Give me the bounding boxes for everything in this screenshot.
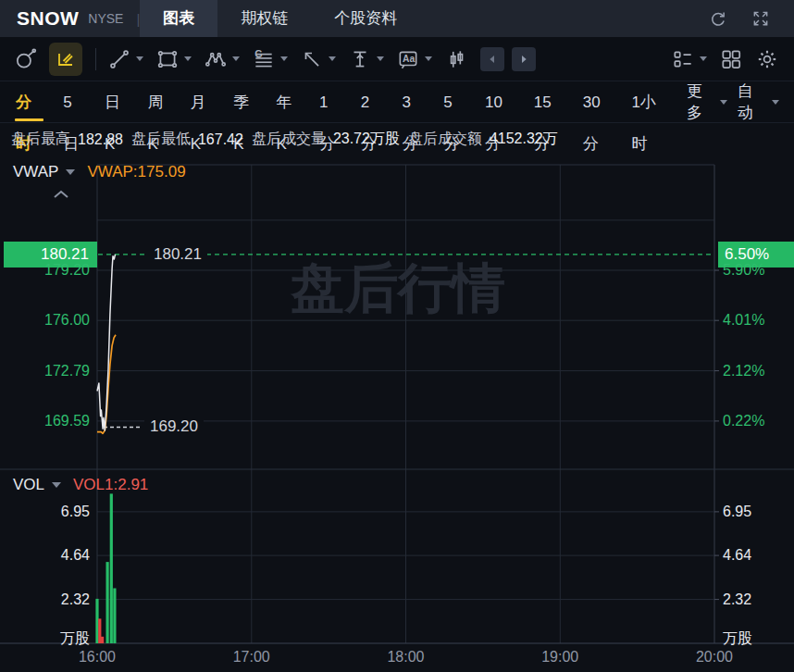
vwap-line <box>97 335 116 434</box>
gann-lines-icon[interactable]: G <box>252 47 288 71</box>
measure-icon[interactable] <box>348 47 384 71</box>
period-tab-分时[interactable]: 分时 <box>6 81 53 123</box>
chevron-down-icon <box>280 56 288 61</box>
more-label: 更多 <box>687 81 714 123</box>
toolbar-right-group <box>671 47 783 71</box>
tab-option-chain[interactable]: 期权链 <box>217 0 311 37</box>
vol-value: VOL1:2.91 <box>73 476 148 494</box>
chevron-down-icon <box>66 169 75 175</box>
period-tab-10分[interactable]: 10分 <box>475 81 524 123</box>
volume-bar <box>110 493 113 643</box>
time-axis-label: 19:00 <box>532 648 588 666</box>
exchange-label: NYSE <box>88 11 123 26</box>
volume-axis-label: 6.95 <box>0 503 90 521</box>
chart-canvas[interactable]: 盘后行情 <box>0 156 794 672</box>
pencil-draw-icon[interactable] <box>49 43 82 76</box>
chevron-down-icon <box>184 56 192 61</box>
stat-item: 盘后成交量23.72万股 <box>252 130 400 149</box>
chevron-down-icon <box>136 56 143 61</box>
vwap-label: VWAP <box>13 163 58 181</box>
volume-axis-label: 4.64 <box>0 546 90 565</box>
volume-bar <box>101 637 104 643</box>
gann-glyph: G <box>254 47 262 58</box>
period-tab-季K[interactable]: 季K <box>223 81 266 123</box>
volume-bar <box>113 589 116 644</box>
session-low-label: 169.20 <box>144 417 204 437</box>
stock-chart-app: SNOW NYSE | 图表 期权链 个股资料 <box>0 0 794 672</box>
chevron-down-icon <box>52 482 61 488</box>
trend-line-icon[interactable] <box>107 47 143 71</box>
auto-scale-button[interactable]: 自动 <box>738 81 779 123</box>
volume-bar <box>95 599 98 643</box>
period-tab-15分[interactable]: 15分 <box>524 81 573 123</box>
volume-unit-label: 万股 <box>723 629 793 648</box>
forward-icon[interactable] <box>512 47 536 71</box>
afterhours-stats-row: 盘后最高182.88盘后最低167.42盘后成交量23.72万股盘后成交额415… <box>0 123 794 156</box>
layout-grid-icon[interactable] <box>719 47 743 71</box>
period-tab-1小时[interactable]: 1小时 <box>622 81 676 123</box>
percent-axis-label: 0.22% <box>723 412 793 430</box>
period-tab-日K[interactable]: 日K <box>94 81 137 123</box>
rectangle-shape-icon[interactable] <box>155 47 192 71</box>
volume-bar <box>98 618 101 643</box>
tab-stock-info[interactable]: 个股资料 <box>311 0 420 37</box>
period-tab-3分[interactable]: 3分 <box>391 81 433 123</box>
settings-gear-icon[interactable] <box>755 47 779 71</box>
time-axis-label: 17:00 <box>224 648 279 666</box>
circle-cursor-icon[interactable] <box>13 47 37 71</box>
period-tab-30分[interactable]: 30分 <box>573 81 622 123</box>
back-icon[interactable] <box>480 47 504 71</box>
period-tab-月K[interactable]: 月K <box>180 81 223 123</box>
price-axis-label: 172.79 <box>0 362 90 380</box>
period-tab-周K[interactable]: 周K <box>137 81 180 123</box>
chevron-down-icon <box>700 56 707 61</box>
chevron-down-icon <box>377 56 384 61</box>
refresh-icon[interactable] <box>708 9 727 29</box>
vwap-indicator-dropdown[interactable]: VWAP <box>13 163 75 181</box>
auto-label: 自动 <box>738 81 765 123</box>
period-tabs: 分时5日日K周K月K季K年K1分2分3分5分10分15分30分1小时 更多 自动 <box>0 81 794 123</box>
vwap-pane-header: VWAP VWAP:175.09 <box>13 163 186 181</box>
vwap-value: VWAP:175.09 <box>87 163 185 181</box>
stat-value: 167.42 <box>198 131 243 148</box>
candlestick-icon[interactable] <box>444 47 468 71</box>
chevron-down-icon <box>720 100 727 105</box>
stat-item: 盘后最高182.88 <box>11 130 123 149</box>
period-tab-年K[interactable]: 年K <box>267 81 309 123</box>
header-bar: SNOW NYSE | 图表 期权链 个股资料 <box>0 0 794 37</box>
chevron-down-icon <box>232 56 240 61</box>
volume-bar <box>106 562 109 643</box>
period-tab-5分[interactable]: 5分 <box>433 81 475 123</box>
text-annotation-icon[interactable]: Aa <box>396 47 432 71</box>
period-tab-2分[interactable]: 2分 <box>351 81 392 123</box>
toolbar-divider <box>95 48 96 70</box>
volume-unit-label: 万股 <box>0 629 90 648</box>
fullscreen-icon[interactable] <box>751 9 770 28</box>
chart-area: 盘后行情 VWAP VWAP:175.09 180.21 6.50% 180.2… <box>0 156 794 672</box>
drawing-toolbar: G Aa <box>0 37 794 81</box>
stat-item: 盘后成交额4152.32万 <box>408 130 558 149</box>
period-tab-5日[interactable]: 5日 <box>53 81 94 123</box>
collapse-pane-icon[interactable] <box>52 187 70 204</box>
period-tab-1分[interactable]: 1分 <box>309 81 351 123</box>
stat-value: 182.88 <box>78 131 123 148</box>
vol-indicator-dropdown[interactable]: VOL <box>13 476 61 494</box>
time-axis-label: 16:00 <box>69 648 125 666</box>
vol-label: VOL <box>13 476 44 494</box>
arrow-mark-icon[interactable] <box>300 47 336 71</box>
stat-label: 盘后成交额 <box>408 130 482 149</box>
stat-value: 4152.32万 <box>490 130 558 149</box>
stat-label: 盘后最高 <box>11 130 70 149</box>
chevron-down-icon <box>329 56 336 61</box>
volume-axis-label: 2.32 <box>0 591 90 609</box>
stock-symbol: SNOW <box>17 7 79 30</box>
session-high-label: 180.21 <box>148 244 207 265</box>
price-axis-label: 179.20 <box>0 261 90 280</box>
wave-pattern-icon[interactable] <box>204 47 240 71</box>
more-periods-button[interactable]: 更多 <box>676 81 738 123</box>
indicator-list-icon[interactable] <box>671 47 707 71</box>
afterhours-watermark: 盘后行情 <box>290 257 505 317</box>
percent-axis-label: 4.01% <box>723 311 793 330</box>
tab-chart[interactable]: 图表 <box>140 0 217 37</box>
stat-item: 盘后最低167.42 <box>131 130 243 149</box>
